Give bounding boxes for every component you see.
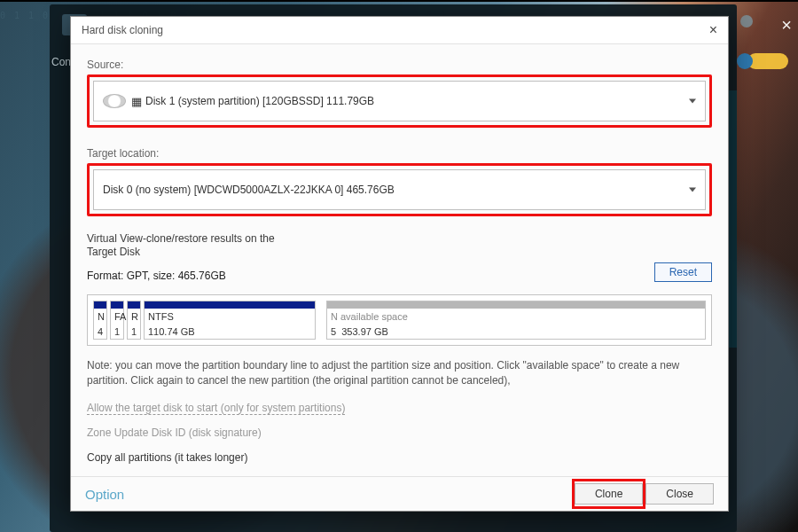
chevron-down-icon (689, 188, 696, 192)
help-badge[interactable] (737, 53, 753, 69)
dialog-title: Hard disk cloning (82, 24, 163, 36)
source-value: Disk 1 (system partition) [120GBSSD] 111… (145, 95, 374, 107)
option-allow-start: Allow the target disk to start (only for… (87, 402, 712, 414)
chevron-down-icon (689, 99, 696, 104)
clone-button[interactable]: Clone (575, 483, 643, 505)
option-link[interactable]: Option (85, 487, 124, 502)
target-label: Target location: (87, 147, 712, 160)
dialog-footer: Option Clone Close (71, 476, 728, 511)
partition-free: N available space 5 353.97 GB (326, 301, 706, 340)
gear-icon[interactable] (740, 15, 753, 27)
close-button[interactable]: Close (645, 483, 714, 505)
format-line: Format: GPT, size: 465.76GB (87, 270, 712, 282)
clone-dialog: Hard disk cloning × Source: ▦ Disk 1 (sy… (70, 16, 729, 512)
partition-1: FA 1 (110, 301, 124, 340)
partition-diagram[interactable]: N 4 FA 1 R 1 NTFS 110.74 GB N available … (87, 294, 712, 346)
partition-3: NTFS 110.74 GB (144, 301, 316, 340)
hdd-icon: ▦ (103, 92, 137, 110)
pro-badge (747, 53, 788, 69)
option-zone-update: Zone Update Disk ID (disk signature) (87, 426, 712, 439)
source-select[interactable]: ▦ Disk 1 (system partition) [120GBSSD] 1… (93, 81, 706, 121)
note-text: Note: you can move the partition boundar… (87, 358, 712, 389)
close-icon[interactable]: × (709, 17, 717, 43)
target-value: Disk 0 (no system) [WDCWD5000AZLX-22JKKA… (103, 184, 395, 196)
source-label: Source: (87, 59, 712, 71)
clone-highlight: Clone (572, 479, 645, 509)
app-close-icon[interactable]: × (781, 15, 792, 35)
used-partitions[interactable]: N 4 FA 1 R 1 NTFS 110.74 GB (93, 301, 316, 340)
target-select[interactable]: Disk 0 (no system) [WDCWD5000AZLX-22JKKA… (93, 169, 706, 210)
partition-0: N 4 (93, 301, 107, 340)
partition-2: R 1 (127, 301, 141, 340)
source-highlight: ▦ Disk 1 (system partition) [120GBSSD] 1… (87, 74, 712, 128)
reset-button[interactable]: Reset (654, 262, 712, 282)
option-copy-all: Copy all partitions (it takes longer) (87, 451, 712, 464)
virtual-view-heading: Virtual View-clone/restore results on th… (87, 232, 291, 259)
dialog-titlebar: Hard disk cloning × (71, 17, 728, 44)
target-highlight: Disk 0 (no system) [WDCWD5000AZLX-22JKKA… (87, 163, 712, 216)
